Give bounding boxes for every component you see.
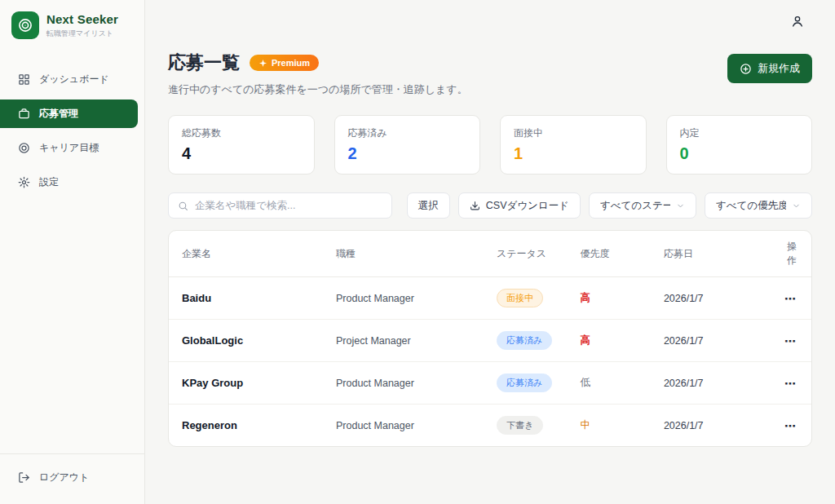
actions-cell: ⋯ [773, 277, 811, 320]
download-icon [470, 201, 480, 211]
applied-date: 2026/1/7 [657, 277, 773, 320]
applied-date: 2026/1/7 [657, 405, 773, 447]
logout-button[interactable]: ログアウト [0, 464, 138, 491]
table-header-row: 企業名職種ステータス優先度応募日操作 [169, 231, 811, 277]
select-button[interactable]: 選択 [407, 192, 450, 219]
status-badge: 面接中 [497, 289, 543, 307]
stat-label: 内定 [680, 126, 799, 140]
status-cell: 面接中 [490, 277, 573, 320]
stat-card-0: 総応募数4 [168, 115, 315, 175]
sidebar-item-label: 応募管理 [39, 107, 78, 121]
column-header-1: 職種 [329, 231, 490, 277]
table-row: RegeneronProduct Manager下書き中2026/1/7⋯ [169, 405, 811, 447]
company-name: Baidu [169, 277, 329, 320]
sidebar-item-applications[interactable]: 応募管理 [0, 99, 138, 128]
plus-circle-icon [740, 63, 752, 75]
stat-label: 応募済み [348, 126, 467, 140]
status-cell: 下書き [490, 405, 573, 447]
logo-icon [11, 11, 39, 39]
table-row: GlobalLogicProject Manager応募済み高2026/1/7⋯ [169, 320, 811, 362]
sidebar-item-dashboard[interactable]: ダッシュボード [0, 65, 138, 94]
status-badge: 応募済み [497, 331, 552, 350]
chevron-down-icon [676, 201, 685, 210]
actions-cell: ⋯ [773, 405, 811, 447]
gear-icon [18, 176, 30, 188]
sparkle-icon [258, 59, 267, 68]
position: Product Manager [329, 277, 490, 320]
priority-filter-select[interactable]: すべての優先度 [705, 192, 812, 219]
chevron-down-icon [792, 201, 801, 210]
stat-card-2: 面接中1 [500, 115, 647, 175]
row-actions-button[interactable]: ⋯ [784, 377, 797, 390]
position: Project Manager [329, 320, 490, 362]
main-area: 応募一覧 Premium 進行中のすべての応募案件を一つの場所で管理・追跡します… [145, 0, 835, 504]
status-badge: 下書き [497, 416, 543, 435]
sidebar: Next Seeker 転職管理マイリスト ダッシュボード応募管理キャリア目標設… [0, 0, 145, 504]
page-header: 応募一覧 Premium 進行中のすべての応募案件を一つの場所で管理・追跡します… [168, 51, 812, 97]
csv-download-button[interactable]: CSVダウンロード [458, 192, 581, 219]
position: Product Manager [329, 362, 490, 405]
sidebar-item-label: キャリア目標 [39, 141, 99, 155]
search-box[interactable] [168, 192, 392, 219]
applied-date: 2026/1/7 [657, 362, 773, 405]
row-actions-button[interactable]: ⋯ [784, 334, 797, 347]
premium-badge: Premium [250, 55, 319, 71]
company-name: KPay Group [169, 362, 329, 405]
page-subtitle: 進行中のすべての応募案件を一つの場所で管理・追跡します。 [168, 82, 468, 97]
company-name: Regeneron [169, 405, 329, 447]
logo: Next Seeker 転職管理マイリスト [0, 0, 144, 54]
column-header-5: 操作 [773, 231, 811, 277]
user-icon[interactable] [791, 15, 804, 28]
stat-card-1: 応募済み2 [334, 115, 481, 175]
applied-date: 2026/1/7 [657, 320, 773, 362]
row-actions-button[interactable]: ⋯ [784, 419, 797, 432]
sidebar-item-label: ダッシュボード [39, 73, 109, 86]
sidebar-footer: ログアウト [0, 453, 144, 504]
row-actions-button[interactable]: ⋯ [784, 292, 797, 305]
stat-value: 2 [348, 144, 467, 163]
table-body: BaiduProduct Manager面接中高2026/1/7⋯GlobalL… [169, 277, 811, 447]
sidebar-nav: ダッシュボード応募管理キャリア目標設定 [0, 54, 144, 197]
sidebar-item-career-goals[interactable]: キャリア目標 [0, 134, 138, 162]
actions-cell: ⋯ [773, 320, 811, 362]
stat-card-3: 内定0 [666, 115, 813, 175]
app-window: Next Seeker 転職管理マイリスト ダッシュボード応募管理キャリア目標設… [0, 0, 835, 504]
actions-cell: ⋯ [773, 362, 811, 405]
priority: 低 [573, 362, 656, 405]
stat-value: 1 [514, 144, 633, 163]
column-header-2: ステータス [490, 231, 573, 277]
logout-label: ログアウト [39, 471, 89, 484]
logout-icon [18, 471, 30, 484]
create-button[interactable]: 新規作成 [727, 54, 812, 83]
dashboard-icon [18, 73, 30, 86]
status-cell: 応募済み [490, 320, 573, 362]
target-icon [18, 142, 30, 154]
stat-value: 4 [182, 144, 301, 163]
stats-row: 総応募数4応募済み2面接中1内定0 [168, 115, 812, 175]
content: 応募一覧 Premium 進行中のすべての応募案件を一つの場所で管理・追跡します… [145, 42, 835, 447]
briefcase-icon [18, 108, 30, 120]
applications-table-card: 企業名職種ステータス優先度応募日操作 BaiduProduct Manager面… [168, 230, 812, 447]
stat-label: 総応募数 [182, 126, 301, 140]
toolbar: 選択 CSVダウンロード すべてのステータス すべての優先度 [168, 192, 812, 219]
sidebar-item-settings[interactable]: 設定 [0, 168, 138, 197]
status-filter-select[interactable]: すべてのステータス [589, 192, 696, 219]
app-tagline: 転職管理マイリスト [46, 29, 118, 39]
applications-table: 企業名職種ステータス優先度応募日操作 BaiduProduct Manager面… [169, 231, 811, 446]
stat-value: 0 [680, 144, 799, 163]
priority: 高 [573, 320, 656, 362]
status-badge: 応募済み [497, 374, 552, 392]
column-header-0: 企業名 [169, 231, 329, 277]
position: Product Manager [329, 405, 490, 447]
column-header-3: 優先度 [573, 231, 656, 277]
table-row: BaiduProduct Manager面接中高2026/1/7⋯ [169, 277, 811, 320]
search-input[interactable] [195, 200, 382, 211]
status-cell: 応募済み [490, 362, 573, 405]
priority: 中 [573, 405, 656, 447]
priority: 高 [573, 277, 656, 320]
stat-label: 面接中 [514, 126, 633, 140]
app-title: Next Seeker [46, 12, 118, 26]
company-name: GlobalLogic [169, 320, 329, 362]
topbar [145, 0, 835, 42]
column-header-4: 応募日 [657, 231, 773, 277]
